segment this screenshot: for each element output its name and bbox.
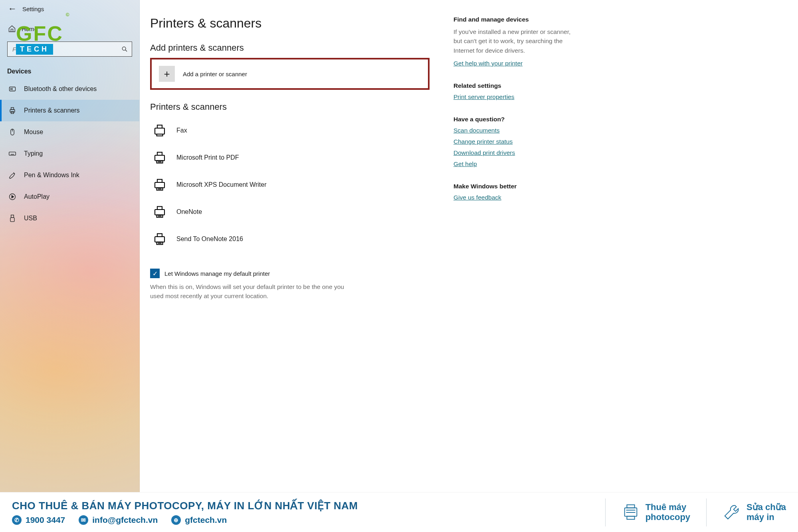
svg-rect-20 xyxy=(157,134,163,136)
help-link[interactable]: Get help xyxy=(453,160,577,168)
sidebar-item-label: Bluetooth & other devices xyxy=(24,85,97,93)
svg-point-3 xyxy=(10,89,12,90)
nav-home-label: Home xyxy=(22,26,38,32)
svg-rect-16 xyxy=(11,215,14,218)
footer-separator xyxy=(605,498,606,526)
printer-icon xyxy=(152,150,168,166)
sidebar-item-printers[interactable]: Printers & scanners xyxy=(0,100,139,121)
printer-item[interactable]: OneNote xyxy=(150,198,430,225)
checkbox-icon: ✓ xyxy=(150,269,160,278)
printer-label: Microsoft Print to PDF xyxy=(176,154,239,161)
svg-rect-25 xyxy=(157,180,162,183)
svg-rect-28 xyxy=(157,207,162,210)
related-settings-title: Related settings xyxy=(453,82,577,89)
main-content: Printers & scanners Add printers & scann… xyxy=(140,0,798,492)
sidebar-item-mouse[interactable]: Mouse xyxy=(0,121,139,143)
svg-rect-30 xyxy=(155,237,164,242)
sidebar-item-autoplay[interactable]: AutoPlay xyxy=(0,186,139,208)
find-devices-title: Find and manage devices xyxy=(453,16,577,23)
printer-item[interactable]: Send To OneNote 2016 xyxy=(150,225,430,253)
default-printer-checkbox[interactable]: ✓ Let Windows manage my default printer xyxy=(150,269,430,278)
copier-icon xyxy=(622,503,640,522)
sidebar-item-bluetooth[interactable]: Bluetooth & other devices xyxy=(0,78,139,100)
sidebar: ← Settings Home GFC© TECH xyxy=(0,0,140,492)
sidebar-item-label: Printers & scanners xyxy=(24,107,80,114)
help-link[interactable]: Scan documents xyxy=(453,127,577,134)
svg-rect-18 xyxy=(155,128,164,134)
sidebar-item-pen[interactable]: Pen & Windows Ink xyxy=(0,164,139,186)
help-link[interactable]: Change printer status xyxy=(453,138,577,145)
printer-item[interactable]: Fax xyxy=(150,117,430,144)
svg-rect-19 xyxy=(157,125,162,129)
get-help-printer-link[interactable]: Get help with your printer xyxy=(453,60,577,67)
mouse-icon xyxy=(8,128,17,136)
search-setting[interactable] xyxy=(7,42,132,57)
help-link[interactable]: Download print drivers xyxy=(453,149,577,156)
printer-label: Fax xyxy=(176,127,187,134)
svg-rect-6 xyxy=(11,112,14,114)
svg-rect-31 xyxy=(157,234,162,237)
ad-phone[interactable]: ✆ 1900 3447 xyxy=(12,515,65,525)
ad-service-copy[interactable]: Thuê máyphotocopy xyxy=(622,502,690,522)
svg-rect-17 xyxy=(10,218,14,222)
svg-rect-27 xyxy=(155,210,164,215)
printer-item[interactable]: Microsoft XPS Document Writer xyxy=(150,171,430,198)
printer-label: OneNote xyxy=(176,208,202,216)
nav-home[interactable]: Home GFC© TECH xyxy=(0,16,139,40)
sidebar-section-header: Devices xyxy=(0,61,139,78)
make-better-title: Make Windows better xyxy=(453,183,577,190)
svg-point-0 xyxy=(122,47,126,50)
ad-headline: CHO THUÊ & BÁN MÁY PHOTOCOPY, MÁY IN LỚN… xyxy=(12,500,589,512)
sidebar-item-typing[interactable]: Typing xyxy=(0,143,139,164)
find-devices-text: If you've installed a new printer or sca… xyxy=(453,27,577,55)
sidebar-item-label: USB xyxy=(24,215,37,222)
ad-service-repair[interactable]: Sửa chữamáy in xyxy=(723,502,786,522)
print-server-link[interactable]: Print server properties xyxy=(453,93,577,101)
bluetooth-icon xyxy=(8,85,17,93)
add-printer-label: Add a printer or scanner xyxy=(183,71,247,77)
typing-icon xyxy=(8,149,17,158)
ad-email[interactable]: ✉ info@gfctech.vn xyxy=(79,515,158,525)
svg-rect-5 xyxy=(11,108,14,110)
svg-rect-35 xyxy=(627,516,634,519)
phone-icon: ✆ xyxy=(12,515,22,525)
sidebar-item-label: AutoPlay xyxy=(24,193,50,200)
svg-rect-24 xyxy=(155,182,164,188)
svg-line-1 xyxy=(125,50,127,51)
search-icon xyxy=(121,46,128,52)
sidebar-item-usb[interactable]: USB xyxy=(0,208,139,229)
globe-icon: ⊕ xyxy=(171,515,181,525)
plus-icon: + xyxy=(159,66,175,82)
footer-ad: CHO THUÊ & BÁN MÁY PHOTOCOPY, MÁY IN LỚN… xyxy=(0,492,798,532)
window-title: Settings xyxy=(22,6,44,12)
sidebar-item-label: Typing xyxy=(24,150,43,157)
home-icon xyxy=(8,25,16,33)
sidebar-item-label: Pen & Windows Ink xyxy=(24,172,79,179)
sidebar-item-label: Mouse xyxy=(24,129,43,136)
printer-icon xyxy=(152,204,168,220)
have-question-title: Have a question? xyxy=(453,116,577,123)
page-title: Printers & scanners xyxy=(150,16,430,31)
default-printer-label: Let Windows manage my default printer xyxy=(164,270,270,277)
svg-rect-34 xyxy=(627,504,634,508)
titlebar: ← Settings xyxy=(0,0,139,16)
printer-item[interactable]: Microsoft Print to PDF xyxy=(150,144,430,171)
printer-label: Send To OneNote 2016 xyxy=(176,235,243,243)
back-button[interactable]: ← xyxy=(8,4,17,13)
printer-label: Microsoft XPS Document Writer xyxy=(176,181,267,188)
svg-rect-21 xyxy=(155,155,164,161)
printer-icon xyxy=(152,177,168,193)
svg-rect-9 xyxy=(9,152,16,155)
svg-rect-22 xyxy=(157,152,162,156)
default-printer-help: When this is on, Windows will set your d… xyxy=(150,282,358,301)
printers-icon xyxy=(8,106,17,115)
ad-site[interactable]: ⊕ gfctech.vn xyxy=(171,515,227,525)
wrench-icon xyxy=(723,503,741,522)
feedback-link[interactable]: Give us feedback xyxy=(453,194,577,201)
add-section-header: Add printers & scanners xyxy=(150,43,430,53)
printer-icon xyxy=(152,231,168,247)
add-printer-button[interactable]: + Add a printer or scanner xyxy=(150,58,430,90)
printer-icon xyxy=(152,123,168,138)
search-input[interactable] xyxy=(12,45,121,53)
usb-icon xyxy=(8,214,17,223)
